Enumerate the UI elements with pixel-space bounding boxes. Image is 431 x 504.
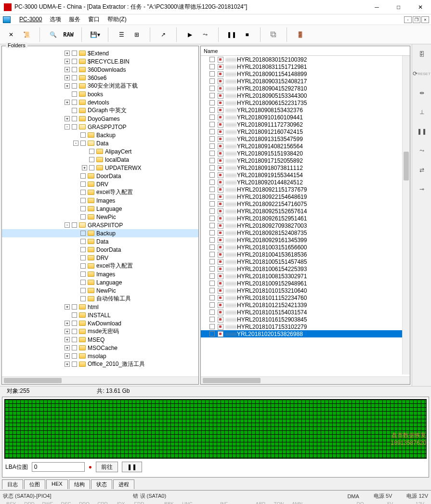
- tab-1[interactable]: 位图: [24, 479, 45, 489]
- checkbox[interactable]: [209, 201, 215, 207]
- checkbox[interactable]: [80, 198, 86, 203]
- collapse-icon[interactable]: -: [65, 124, 70, 129]
- checkbox[interactable]: [209, 115, 215, 120]
- checkbox[interactable]: [72, 321, 77, 326]
- checkbox[interactable]: [209, 252, 215, 257]
- checkbox[interactable]: [72, 124, 77, 129]
- file-row[interactable]: xxxxYRL20180914082156564: [201, 142, 410, 150]
- file-row[interactable]: xxxxHYRL20180928152408735: [201, 229, 410, 236]
- db-icon[interactable]: 🗄: [416, 48, 428, 61]
- checkbox[interactable]: [80, 214, 86, 220]
- checkbox[interactable]: [72, 353, 77, 359]
- expand-icon[interactable]: +: [82, 165, 87, 170]
- play-icon[interactable]: ▶: [183, 27, 197, 42]
- tree-row[interactable]: DGraph 中英文: [2, 106, 198, 115]
- file-row[interactable]: xxxxYRL20180908153432376: [201, 106, 410, 114]
- tree-row[interactable]: AlipayCert: [2, 147, 198, 155]
- mdi-restore-button[interactable]: ❐: [413, 16, 420, 23]
- menu-3[interactable]: 窗口: [84, 16, 104, 23]
- checkbox[interactable]: [209, 165, 215, 170]
- expand-icon[interactable]: +: [65, 67, 70, 72]
- checkbox[interactable]: [209, 86, 215, 91]
- export-icon[interactable]: ↗: [156, 27, 170, 42]
- tree-row[interactable]: INSTALL: [2, 311, 198, 319]
- checkbox[interactable]: [72, 108, 77, 113]
- tree-row[interactable]: +Office_2010_激活工具: [2, 360, 198, 368]
- file-row[interactable]: xxxxHYRL20180901154148899: [201, 70, 410, 78]
- tree-row[interactable]: Backup: [2, 131, 198, 139]
- checkbox[interactable]: [72, 75, 77, 80]
- checkbox[interactable]: [209, 288, 215, 293]
- tree-row[interactable]: +360se6: [2, 74, 198, 82]
- checkbox[interactable]: [80, 206, 86, 211]
- file-row[interactable]: xxxxHYRL20181012152421339: [201, 301, 410, 309]
- file-row[interactable]: xxxxHYRL20180922154648619: [201, 193, 410, 200]
- checkbox[interactable]: [72, 83, 77, 89]
- step-icon[interactable]: ⤳: [198, 27, 212, 42]
- tree-row[interactable]: +UPDATERWX: [2, 164, 198, 172]
- expand-icon[interactable]: +: [65, 100, 70, 105]
- checkbox[interactable]: [209, 223, 215, 228]
- file-row[interactable]: xxxxHYRL20181004153618536: [201, 251, 410, 258]
- checkbox[interactable]: [209, 310, 215, 315]
- stop-icon[interactable]: ■: [240, 27, 254, 42]
- checkbox[interactable]: [209, 71, 215, 77]
- tab-2[interactable]: HEX: [46, 479, 68, 489]
- tree-row[interactable]: +html: [2, 303, 198, 311]
- checkbox[interactable]: [72, 91, 77, 97]
- checkbox[interactable]: [72, 116, 77, 121]
- copy-icon[interactable]: ⿻: [266, 27, 281, 42]
- tree-row[interactable]: Language: [2, 205, 198, 213]
- expand-icon[interactable]: +: [65, 321, 70, 326]
- expand-icon[interactable]: +: [65, 83, 70, 89]
- checkbox[interactable]: [209, 129, 215, 134]
- expand-icon[interactable]: +: [65, 116, 70, 121]
- file-row[interactable]: xxxxHYRL20181006154225393: [201, 265, 410, 272]
- checkbox[interactable]: [80, 239, 86, 244]
- pause-icon[interactable]: ❚❚: [224, 27, 239, 42]
- tree-row[interactable]: -GRASPPJTOP: [2, 123, 198, 131]
- h-scrollbar[interactable]: [2, 376, 198, 384]
- checkbox[interactable]: [209, 194, 215, 199]
- file-row[interactable]: xxxxYRL20180911172730962: [201, 121, 410, 128]
- checkbox[interactable]: [80, 181, 86, 187]
- expand-icon[interactable]: +: [65, 51, 70, 56]
- pause2-icon[interactable]: ❚❚: [416, 125, 428, 138]
- file-row[interactable]: xxxxHYRL20181005151457485: [201, 258, 410, 265]
- tree-row[interactable]: Language: [2, 278, 198, 286]
- tree-row[interactable]: -GRASPIITOP: [2, 221, 198, 229]
- jack-icon[interactable]: ⊥: [416, 106, 428, 118]
- tree-row[interactable]: DRV: [2, 180, 198, 188]
- tab-5[interactable]: 进程: [113, 479, 134, 489]
- go-button[interactable]: 前往: [96, 462, 118, 472]
- checkbox[interactable]: [209, 266, 215, 271]
- minimize-button[interactable]: ─: [366, 0, 388, 14]
- checkbox[interactable]: [209, 93, 215, 98]
- menu-4[interactable]: 帮助(Z): [104, 16, 130, 23]
- exit-icon[interactable]: 🚪: [293, 27, 307, 42]
- tree-row[interactable]: +360Downloads: [2, 65, 198, 74]
- tree-row[interactable]: +MSEQ: [2, 336, 198, 344]
- file-row[interactable]: xxxxYRL20180920144824512: [201, 179, 410, 186]
- expand-icon[interactable]: +: [65, 329, 70, 334]
- reset-icon[interactable]: ⟳RESET: [416, 67, 428, 80]
- tree-row[interactable]: DRV: [2, 254, 198, 262]
- tree-row[interactable]: DoorData: [2, 246, 198, 254]
- file-row[interactable]: xxxxHYRL20181015154031574: [201, 309, 410, 316]
- grid-view-icon[interactable]: ⊞: [130, 27, 144, 42]
- menu-2[interactable]: 服务: [65, 16, 84, 23]
- file-row[interactable]: xxxxHYRL20180903152408217: [201, 78, 410, 85]
- tree-row[interactable]: Images: [2, 270, 198, 278]
- checkbox[interactable]: [209, 281, 215, 286]
- detach-icon[interactable]: ⊸: [416, 183, 428, 195]
- checkbox[interactable]: [209, 136, 215, 142]
- checkbox[interactable]: [89, 165, 94, 170]
- file-row[interactable]: xxxxHYRL20181017153102279: [201, 323, 410, 330]
- checkbox[interactable]: [209, 245, 215, 250]
- file-list[interactable]: xxxxHYRL20180830152100392xxxxHYRL2018083…: [201, 56, 410, 376]
- raw-button[interactable]: RAW: [61, 27, 76, 42]
- collapse-icon[interactable]: -: [73, 141, 78, 146]
- checkbox[interactable]: [80, 173, 86, 179]
- checkbox[interactable]: [209, 259, 215, 264]
- expand-icon[interactable]: +: [65, 337, 70, 342]
